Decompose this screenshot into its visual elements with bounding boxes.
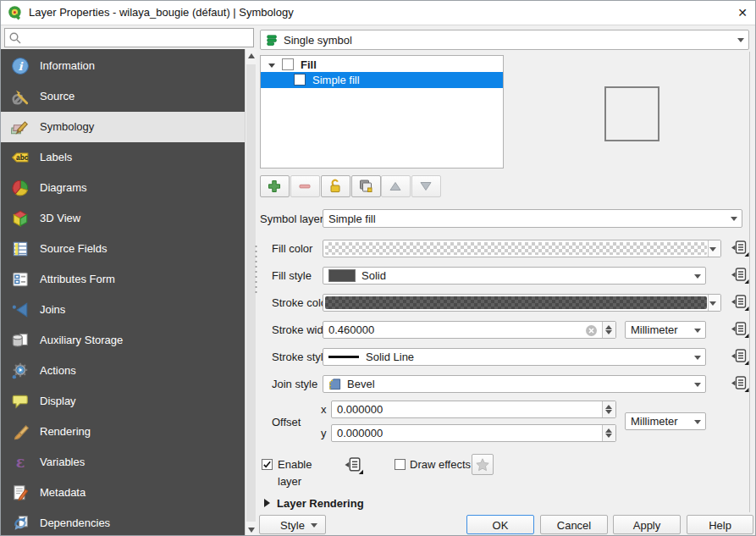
- sidebar-item-display[interactable]: Display: [1, 386, 245, 417]
- solid-fill-swatch: [328, 269, 356, 282]
- source-fields-icon: [11, 240, 30, 258]
- chevron-down-icon: [694, 356, 701, 360]
- close-icon[interactable]: ✕: [728, 1, 756, 25]
- spinner-buttons[interactable]: [602, 322, 615, 338]
- fill-color-label: Fill color: [272, 240, 312, 257]
- single-symbol-icon: [266, 34, 279, 47]
- spinner-buttons[interactable]: [602, 425, 615, 441]
- checkbox-checked: [262, 459, 273, 470]
- join-style-select[interactable]: Bevel: [323, 375, 706, 393]
- chevron-down-icon: [694, 420, 701, 424]
- cancel-button[interactable]: Cancel: [540, 515, 608, 534]
- scroll-down-icon[interactable]: [248, 528, 255, 533]
- tree-row-fill[interactable]: Fill: [261, 57, 503, 73]
- offset-label: Offset: [272, 413, 301, 431]
- attributes-form-icon: [11, 270, 30, 289]
- chevron-down-icon: [737, 38, 744, 42]
- ok-button[interactable]: OK: [466, 515, 534, 534]
- style-menu-button[interactable]: Style: [259, 515, 326, 534]
- dark-stroke-swatch: [325, 296, 707, 309]
- diagrams-icon: [11, 179, 30, 197]
- customize-effects-button[interactable]: [472, 454, 494, 475]
- enable-layer-checkbox[interactable]: Enable layer: [262, 456, 338, 473]
- sidebar-item-rendering[interactable]: Rendering: [1, 417, 245, 447]
- titlebar: Layer Properties - wilaya_bougie (défaut…: [1, 1, 756, 25]
- sidebar-item-information[interactable]: i Information: [1, 51, 245, 81]
- offset-y-input[interactable]: 0.000000: [331, 424, 616, 442]
- offset-x-input[interactable]: 0.000000: [331, 401, 616, 418]
- expand-right-icon[interactable]: [264, 499, 270, 507]
- stroke-width-unit-select[interactable]: Millimeter: [625, 321, 706, 339]
- sidebar-item-symbology[interactable]: Symbology: [1, 112, 245, 142]
- search-icon: [8, 31, 22, 45]
- fill-color-override-button[interactable]: [725, 239, 747, 257]
- stroke-width-input[interactable]: 0.460000: [323, 321, 616, 339]
- sidebar-item-attributes-form[interactable]: Attributes Form: [1, 264, 245, 295]
- sidebar-item-joins[interactable]: Joins: [1, 295, 245, 325]
- data-defined-override-icon: [343, 456, 365, 475]
- stroke-style-select[interactable]: Solid Line: [323, 348, 706, 366]
- remove-symbol-layer-button[interactable]: [290, 175, 320, 197]
- open-lock-icon: [327, 178, 344, 195]
- labels-icon: abc: [11, 148, 30, 167]
- symbol-layer-type-select[interactable]: Simple fill: [323, 209, 742, 228]
- renderer-select[interactable]: Single symbol: [260, 30, 749, 50]
- stroke-color-override-button[interactable]: [725, 293, 747, 312]
- qgis-logo-icon: [8, 5, 23, 20]
- chevron-down-icon: [694, 274, 701, 279]
- add-symbol-layer-button[interactable]: [260, 175, 290, 197]
- sidebar-item-3d-view[interactable]: 3D View: [1, 203, 245, 234]
- draw-effects-checkbox[interactable]: Draw effects: [395, 456, 471, 473]
- simple-fill-swatch: [294, 74, 306, 86]
- sidebar-item-auxiliary-storage[interactable]: Auxiliary Storage: [1, 325, 245, 356]
- data-defined-override-icon: [730, 375, 750, 393]
- metadata-icon: [11, 484, 30, 502]
- chevron-down-icon: [311, 523, 317, 528]
- data-defined-override-icon: [730, 240, 750, 257]
- plus-icon: [266, 178, 283, 195]
- sidebar-scrollbar-thumb[interactable]: [246, 64, 256, 522]
- move-up-button[interactable]: [381, 175, 411, 197]
- stroke-style-override-button[interactable]: [725, 347, 747, 366]
- sidebar-item-metadata[interactable]: Metadata: [1, 478, 245, 508]
- duplicate-symbol-layer-button[interactable]: [351, 175, 381, 197]
- sidebar-item-labels[interactable]: abc Labels: [1, 142, 245, 173]
- expander-icon[interactable]: [268, 64, 275, 68]
- lock-color-button[interactable]: [321, 175, 350, 197]
- dependencies-icon: [11, 514, 30, 533]
- sidebar-item-actions[interactable]: Actions: [1, 356, 245, 386]
- join-style-override-button[interactable]: [725, 374, 747, 393]
- fill-color-button[interactable]: [323, 240, 721, 257]
- stroke-width-override-button[interactable]: [725, 320, 747, 339]
- chevron-down-icon: [709, 301, 716, 306]
- sidebar-item-diagrams[interactable]: Diagrams: [1, 173, 245, 203]
- offset-unit-select[interactable]: Millimeter: [625, 412, 706, 430]
- window-title: Layer Properties - wilaya_bougie (défaut…: [29, 1, 294, 25]
- move-down-button[interactable]: [411, 175, 441, 197]
- offset-x-label: x: [321, 401, 327, 418]
- clear-value-icon[interactable]: [585, 324, 598, 341]
- layer-rendering-header[interactable]: Layer Rendering: [277, 495, 364, 512]
- sidebar-item-variables[interactable]: ε Variables: [1, 447, 245, 478]
- apply-button[interactable]: Apply: [613, 515, 681, 534]
- data-defined-override-icon: [730, 321, 750, 339]
- sidebar-item-source-fields[interactable]: Source Fields: [1, 234, 245, 264]
- check-icon: [262, 460, 272, 469]
- chevron-down-icon: [731, 217, 737, 221]
- scroll-up-icon[interactable]: [248, 53, 255, 58]
- sidebar-item-source[interactable]: Source: [1, 81, 245, 112]
- star-icon: [475, 457, 490, 472]
- tree-row-simple-fill[interactable]: Simple fill: [261, 72, 503, 88]
- enable-layer-override-button[interactable]: [338, 456, 360, 474]
- information-icon: i: [11, 57, 30, 75]
- panel-scroll-gutter: [749, 52, 756, 512]
- search-input[interactable]: [25, 30, 251, 47]
- fill-style-select[interactable]: Solid: [323, 267, 706, 285]
- panel-splitter-handle[interactable]: [255, 244, 257, 293]
- sidebar-item-dependencies[interactable]: Dependencies: [1, 508, 245, 536]
- help-button[interactable]: Help: [687, 515, 753, 534]
- fill-style-override-button[interactable]: [725, 266, 747, 285]
- stroke-color-button[interactable]: [323, 294, 721, 312]
- sidebar: i Information Source Symbology abc: [1, 49, 257, 536]
- spinner-buttons[interactable]: [602, 401, 615, 417]
